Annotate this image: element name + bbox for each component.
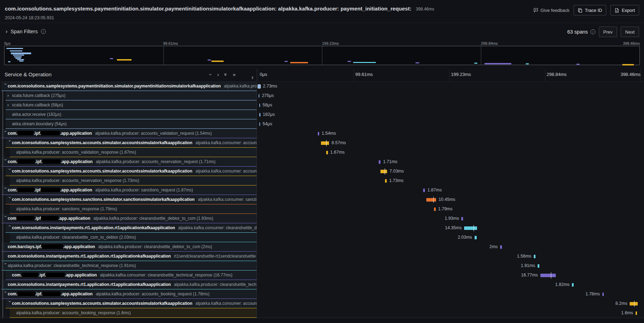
span-row-left[interactable]: com.barclays.ipf..app.applicationalpakka… [0, 242, 257, 252]
span-bar[interactable] [321, 141, 329, 145]
span-row-left[interactable]: alpakka.kafka.producer: clearandsettle_c… [0, 233, 257, 242]
span-row-timeline[interactable]: 2.73ms [258, 82, 640, 91]
span-row-timeline[interactable]: 1.56ms [258, 252, 640, 261]
span-bar[interactable] [434, 208, 436, 211]
span-row-left[interactable]: alpakka.kafka.producer: accounts_reserva… [0, 176, 257, 185]
span-row-left[interactable]: com..ipf..app.applicationalpakka.kafka.c… [0, 271, 257, 280]
expand-one-icon[interactable]: › [217, 72, 219, 77]
span-bar[interactable] [500, 245, 502, 249]
span-row-timeline[interactable]: 7.03ms [258, 167, 640, 176]
span-row-left[interactable]: ›com..ipf.app.applicationalpakka.kafka.p… [0, 185, 257, 195]
chevron-down-icon[interactable]: › [8, 225, 12, 230]
span-row-timeline[interactable]: 1.93ms [258, 214, 640, 223]
span-row-timeline[interactable]: 16.77ms [258, 271, 640, 280]
span-row-content[interactable]: akka.stream.boundary (54μs) [6, 119, 257, 129]
span-row-timeline[interactable]: 14.35ms [258, 223, 640, 233]
span-row-left[interactable]: ›com.iconsolutions.samplesystems.sanctio… [0, 195, 257, 204]
span-bar[interactable] [538, 264, 539, 268]
span-row-content[interactable]: alpakka.kafka.producer: accounts_reserva… [10, 176, 257, 185]
span-bar[interactable] [258, 85, 260, 88]
span-row-timeline[interactable]: 1.78ms [258, 289, 640, 299]
span-row-left[interactable]: ›com..ipf..app.applicationalpakka.kafka.… [0, 289, 257, 299]
span-row-timeline[interactable]: 54μs [258, 119, 640, 129]
chevron-down-icon[interactable]: › [8, 169, 12, 173]
span-row-content[interactable]: ›com.iconsolutions.samplesystems.account… [6, 299, 257, 308]
span-row-content[interactable]: alpakka.kafka.producer: clearandsettle_c… [10, 233, 257, 242]
span-row-left[interactable]: alpakka.kafka.producer: accounts_validat… [0, 148, 257, 157]
span-bar[interactable] [318, 132, 320, 135]
span-row-left[interactable]: akka.actor.receive (182μs) [0, 110, 257, 119]
span-row-content[interactable]: com.barclays.ipf..app.applicationalpakka… [1, 242, 257, 252]
span-row-left[interactable]: ›alpakka.kafka.producer: clearandsettle_… [0, 261, 257, 271]
span-row-left[interactable]: ›scala.future.callback (58μs) [0, 100, 257, 110]
span-bar[interactable] [572, 283, 574, 287]
span-row-left[interactable]: alpakka.kafka.producer: sanctions_respon… [0, 204, 257, 214]
span-row-content[interactable]: ›scala.future.callback (275μs) [6, 91, 257, 100]
span-row-content[interactable]: ›com..ipf..app.applicationalpakka.kafka.… [1, 157, 257, 167]
chevron-right-icon[interactable]: › [7, 93, 12, 98]
span-filters-toggle[interactable]: › Span Filters i [6, 29, 46, 34]
span-row-timeline[interactable]: 10.45ms [258, 195, 640, 204]
span-bar[interactable] [259, 122, 260, 126]
span-bar[interactable] [630, 302, 638, 306]
chevron-down-icon[interactable]: › [8, 197, 12, 202]
trace-minimap[interactable] [4, 46, 640, 65]
span-row-timeline[interactable]: 8.2ms [258, 299, 640, 308]
chevron-down-icon[interactable]: › [4, 84, 8, 88]
panel-resize-handle[interactable]: ‖ [252, 76, 254, 80]
span-bar[interactable] [636, 311, 637, 315]
span-bar[interactable] [259, 113, 260, 117]
span-row-left[interactable]: ›com.iconsolutions.samplesystems.account… [0, 299, 257, 308]
span-row-left[interactable]: ›com..ipf..app.applicationalpakka.kafka.… [0, 129, 257, 138]
chevron-down-icon[interactable]: › [8, 140, 12, 145]
spans-info-icon[interactable]: i [590, 29, 595, 34]
span-row-timeline[interactable]: 1.54ms [258, 129, 640, 138]
span-row-left[interactable]: akka.stream.boundary (54μs) [0, 119, 257, 129]
span-bar[interactable] [540, 274, 556, 277]
span-bar[interactable] [380, 170, 387, 173]
span-row-timeline[interactable]: 1.73ms [258, 176, 640, 185]
chevron-down-icon[interactable]: › [4, 263, 8, 268]
span-row-content[interactable]: ›com.iconsolutions.samplesystems.account… [6, 138, 257, 148]
expand-all-icon[interactable]: » [233, 72, 236, 77]
span-bar[interactable] [423, 189, 425, 192]
span-bar[interactable] [534, 255, 536, 258]
span-bar[interactable] [464, 226, 477, 230]
span-row-timeline[interactable]: 1.87ms [258, 185, 640, 195]
span-row-left[interactable]: ›com.iconsolutions.samplesystems.payment… [0, 82, 257, 91]
span-row-content[interactable]: akka.actor.receive (182μs) [6, 110, 257, 119]
prev-span-button[interactable]: Prev [599, 27, 617, 37]
span-row-left[interactable]: alpakka.kafka.producer: accounts_booking… [0, 308, 257, 318]
span-row-left[interactable]: ›com.ipf.app.applicationalpakka.kafka.pr… [0, 214, 257, 223]
span-row-timeline[interactable]: 1.91ms [258, 261, 640, 271]
chevron-down-icon[interactable]: › [8, 301, 12, 306]
span-row-content[interactable]: com.iconsolutions.instantpayments.rt1.ap… [1, 280, 257, 289]
span-row-content[interactable]: ›com.iconsolutions.samplesystems.sanctio… [6, 195, 257, 204]
span-row-left[interactable]: com.iconsolutions.instantpayments.rt1.ap… [0, 280, 257, 289]
collapse-one-icon[interactable]: › [208, 74, 214, 76]
span-row-timeline[interactable]: 58μs [258, 100, 640, 110]
span-row-timeline[interactable]: 275μs [258, 91, 640, 100]
span-row-content[interactable]: alpakka.kafka.producer: sanctions_respon… [10, 204, 257, 214]
chevron-down-icon[interactable]: › [4, 159, 8, 164]
span-row-content[interactable]: ›scala.future.callback (58μs) [6, 100, 257, 110]
span-row-left[interactable]: com.iconsolutions.instantpayments.rt1.ap… [0, 252, 257, 261]
span-row-timeline[interactable]: 182μs [258, 110, 640, 119]
span-row-timeline[interactable]: 1.82ms [258, 280, 640, 289]
span-row-timeline[interactable]: 8.57ms [258, 138, 640, 148]
chevron-down-icon[interactable]: › [4, 131, 8, 135]
span-bar[interactable] [326, 151, 328, 154]
span-row-content[interactable]: ›com..ipf..app.applicationalpakka.kafka.… [1, 289, 257, 299]
span-row-content[interactable]: alpakka.kafka.producer: accounts_booking… [10, 308, 257, 318]
span-bar[interactable] [379, 160, 380, 164]
collapse-all-icon[interactable]: » [223, 73, 229, 76]
span-row-left[interactable]: ›scala.future.callback (275μs) [0, 91, 257, 100]
span-row-content[interactable]: alpakka.kafka.producer: accounts_validat… [10, 148, 257, 157]
chevron-down-icon[interactable]: › [4, 188, 8, 192]
chevron-down-icon[interactable]: › [4, 216, 8, 220]
span-bar[interactable] [426, 198, 436, 202]
span-row-left[interactable]: ›com.iconsolutions.samplesystems.account… [0, 138, 257, 148]
span-row-timeline[interactable]: 1.71ms [258, 157, 640, 167]
span-row-timeline[interactable]: 2ms [258, 242, 640, 252]
span-bar[interactable] [259, 104, 260, 107]
